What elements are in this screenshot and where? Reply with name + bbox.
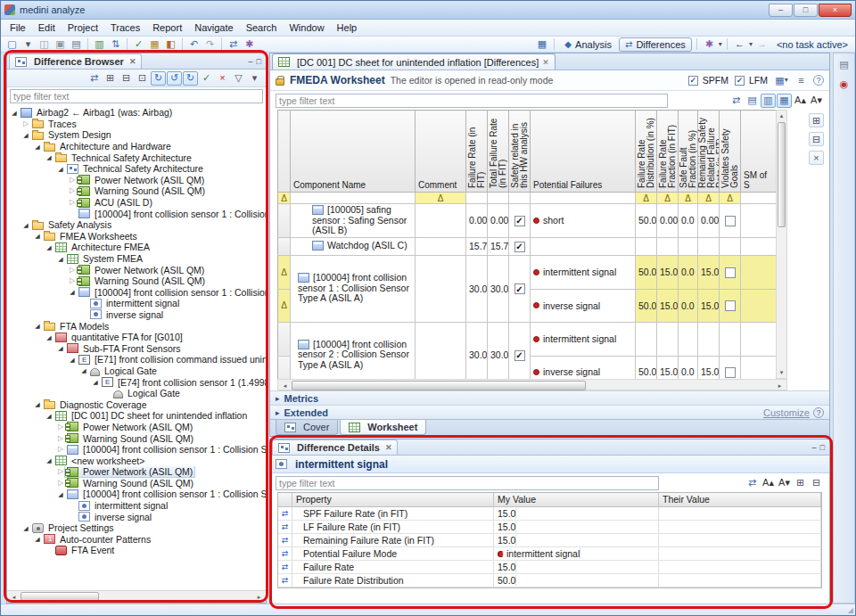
tab-worksheet[interactable]: Worksheet [340, 420, 426, 435]
view-mode-icon[interactable]: ▦▾ [774, 73, 789, 87]
collapse-all-icon[interactable]: ⊟ [809, 476, 824, 490]
col-safe-fault-fraction[interactable]: Safe Fault Fraction (in %) [679, 111, 698, 193]
scrollbar-thumb[interactable] [778, 122, 786, 227]
col-comment[interactable]: Comment [416, 111, 466, 193]
col-property[interactable]: Property [292, 493, 494, 506]
close-button[interactable]: × [819, 4, 852, 17]
tree-expand-arrow[interactable]: ◢ [45, 413, 54, 419]
tree-item[interactable]: ▷ Power Network (ASIL QM) [7, 466, 266, 478]
safety-related-checkbox[interactable]: ✓ [514, 216, 525, 226]
filter-icon[interactable]: ▽ [231, 71, 246, 86]
scroll-left-icon[interactable]: ◂ [8, 592, 20, 602]
worksheet-filter-input[interactable] [276, 94, 668, 108]
violates-checkbox[interactable] [725, 300, 736, 311]
new-icon[interactable]: ▢ [4, 37, 20, 52]
wand-dropdown-icon[interactable]: ▾ [719, 41, 722, 48]
menu-traces[interactable]: Traces [104, 21, 146, 35]
tree-expand-arrow[interactable]: ▷ [68, 277, 77, 284]
font-increase-icon[interactable]: A▴ [793, 94, 808, 108]
database-icon[interactable]: ◧ [163, 37, 178, 52]
tree-item[interactable]: inverse signal [7, 511, 266, 522]
col-failure-rate-fraction[interactable]: Failure Rate Fraction (in FIT) [657, 111, 679, 193]
remove-difference-icon[interactable]: × [215, 71, 230, 86]
tree-item[interactable]: ▷ Power Network (ASIL QM) [7, 264, 266, 275]
synchronize-icon[interactable]: ⇄ [86, 71, 102, 86]
expand-section-icon[interactable]: ▸ [276, 394, 280, 403]
menu-report[interactable]: Report [146, 21, 188, 35]
tree-expand-arrow[interactable]: ◢ [56, 256, 65, 262]
worksheet-horizontal-scrollbar[interactable]: ◂ ▸ [277, 379, 787, 390]
close-editor-icon[interactable]: ✕ [542, 58, 549, 67]
tree-item[interactable]: ◢ Architecture FMEA [7, 242, 266, 253]
tree-expand-arrow[interactable]: ◢ [33, 536, 42, 542]
safety-related-checkbox[interactable]: ✓ [514, 242, 525, 252]
tree-expand-arrow[interactable]: ◢ [79, 367, 88, 374]
details-filter-input[interactable] [276, 476, 659, 490]
tree-item[interactable]: ◢ [E71] front collision command issued u… [7, 354, 266, 365]
tree-item[interactable]: ◢ quantitative FTA for [G010] [7, 332, 266, 343]
collapse-rows-icon[interactable]: ⊟ [809, 132, 824, 146]
tree-expand-arrow[interactable]: ◢ [21, 222, 30, 228]
scroll-right-icon[interactable]: ▸ [253, 592, 265, 602]
filter-resolved-icon[interactable]: ✓ [199, 71, 214, 86]
help-icon[interactable]: ? [813, 75, 824, 86]
tree-item[interactable]: ▷ Power Network (ASIL QM) [7, 175, 266, 186]
col-failure-rate-distribution[interactable]: Failure Rate Distribution (in %) [636, 111, 657, 193]
new-dropdown-icon[interactable]: ▾ [21, 37, 36, 52]
tree-item[interactable]: ▷ ACU (ASIL D) [7, 197, 266, 209]
tree-item[interactable]: intermittent signal [7, 500, 266, 512]
violates-checkbox[interactable] [725, 267, 736, 278]
worksheet-vertical-scrollbar[interactable]: ▴ ▾ [776, 110, 787, 379]
metrics-section-header[interactable]: ▸ Metrics [270, 390, 829, 405]
scrollbar-thumb[interactable] [292, 381, 586, 390]
font-decrease-icon[interactable]: A▾ [809, 94, 824, 108]
open-perspective-icon[interactable]: ▦ [534, 37, 549, 52]
undo-icon[interactable]: ↶ [186, 37, 202, 52]
menu-edit[interactable]: Edit [32, 21, 62, 35]
trace-icon[interactable]: ⇄ [226, 37, 241, 52]
save-icon[interactable]: ◫ [37, 37, 52, 52]
tree-item[interactable]: ◢ FTA Models [7, 320, 266, 332]
link-with-editor-icon[interactable]: ⊡ [135, 71, 150, 86]
tree-expand-arrow[interactable]: ◢ [45, 334, 54, 341]
tab-difference-browser[interactable]: Difference Browser ✕ [9, 53, 142, 69]
view-menu-icon[interactable]: ▾ [247, 71, 262, 86]
tab-dc-sheet-editor[interactable]: [DC 001] DC sheet for unintended inflati… [272, 53, 556, 70]
active-task-label[interactable]: <no task active> [777, 39, 848, 50]
col-safety-related[interactable]: Safety related in this HW analysis [509, 111, 531, 193]
col-sm[interactable]: SM of S [741, 111, 777, 193]
scroll-left-icon[interactable]: ◂ [279, 381, 291, 390]
expand-all-icon[interactable]: ⊞ [103, 71, 118, 86]
tree-item[interactable]: ◢ Airbag2 ← Airbag1 (was: Airbag) [7, 107, 266, 119]
menu-window[interactable]: Window [283, 21, 330, 35]
scrollbar-thumb[interactable] [21, 592, 99, 602]
tree-item[interactable]: ▷ Warning Sound (ASIL QM) [7, 185, 266, 197]
validate-icon[interactable]: ✓ [131, 37, 146, 52]
font-decrease-icon[interactable]: A▾ [777, 476, 792, 490]
expand-all-icon[interactable]: ⊞ [793, 476, 808, 490]
link-selection-icon[interactable]: ⇄ [728, 94, 744, 108]
col-their-value[interactable]: Their Value [659, 493, 821, 506]
tree-item[interactable]: ◢ [DC 001] DC sheet for unintended infla… [7, 410, 266, 422]
tree-expand-arrow[interactable]: ◢ [21, 525, 30, 531]
next-difference-icon[interactable]: ↻ [151, 71, 166, 86]
tree-item[interactable]: ◢ <new worksheet> [7, 455, 266, 466]
expand-rows-icon[interactable]: ⊞ [809, 113, 824, 127]
tree-item[interactable]: ◢ FMEA Worksheets [7, 231, 266, 242]
collapse-all-icon[interactable]: ⊟ [119, 71, 134, 86]
tree-expand-arrow[interactable]: ▷ [56, 435, 65, 442]
menu-search[interactable]: Search [240, 21, 284, 35]
merge-cells-icon[interactable]: ▥ [761, 94, 776, 108]
tree-item[interactable]: ◢ [100004] front collision sensor 1 : Co… [7, 489, 266, 500]
restore-view-icon[interactable]: ▤ [836, 57, 852, 71]
minimize-view-icon[interactable]: – [249, 56, 253, 67]
property-row[interactable]: ⇄ Potential Failure Mode intermittent si… [278, 547, 821, 561]
tree-item[interactable]: ◢ Diagnostic Coverage [7, 398, 266, 410]
table-row-safing-sensor[interactable]: [100005] safing sensor : Safing Sensor (… [278, 204, 777, 238]
link-selection-icon[interactable]: ⇄ [745, 476, 760, 490]
tree-item[interactable]: ◢ [100004] front collision sensor 1 : Co… [7, 287, 266, 299]
tree-expand-arrow[interactable]: ◢ [33, 401, 42, 407]
column-layout-icon[interactable]: ▤ [745, 94, 760, 108]
table-row-sensor2-intermittent[interactable]: [100004] front collision sensor 2 : Coll… [278, 322, 777, 356]
tree-expand-arrow[interactable]: ▷ [21, 120, 30, 127]
